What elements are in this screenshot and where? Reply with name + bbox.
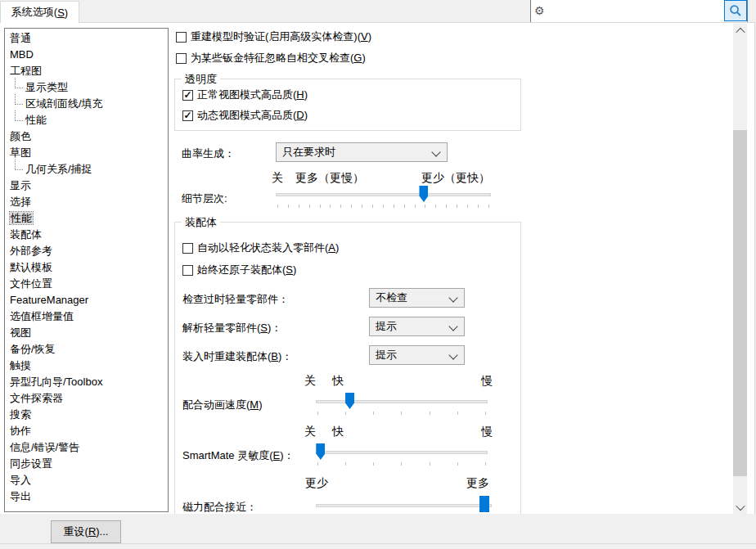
dropdown-value: 提示 [376, 319, 397, 334]
slider-ticks [277, 205, 489, 208]
sidebar-item[interactable]: 外部参考 [5, 243, 168, 259]
checkbox[interactable] [182, 265, 193, 276]
tree-branch-icon [15, 110, 23, 121]
sidebar-item[interactable]: 几何关系/捕捉 [5, 161, 168, 178]
sidebar-item[interactable]: 区域剖面线/填充 [5, 96, 168, 112]
mate-animation-speed-slider[interactable] [316, 390, 488, 418]
slider-thumb[interactable] [316, 443, 325, 460]
chevron-down-icon [448, 350, 457, 359]
sidebar-item[interactable]: 导入 [5, 472, 168, 488]
slider-thumb[interactable] [479, 496, 489, 512]
chevron-down-icon [736, 501, 745, 510]
vertical-scrollbar[interactable] [733, 24, 747, 514]
scroll-up-button[interactable] [733, 24, 747, 38]
system-options-dialog: 系统选项(S) ⚙ 普通MBD工程图显示类型区域剖面线/填充性能颜色草图几何关系… [0, 0, 756, 549]
smartmate-scale-labels: 关 快 慢 [316, 425, 488, 439]
sidebar-item-label: 同步设置 [10, 457, 52, 470]
slider-track[interactable] [316, 451, 488, 454]
verify-on-rebuild-checkbox[interactable]: 重建模型时验证(启用高级实体检查)(V) [176, 29, 371, 44]
checkbox[interactable] [176, 32, 187, 43]
search-icon [729, 4, 742, 17]
checkbox[interactable]: ✓ [182, 90, 193, 101]
slider-track[interactable] [316, 400, 488, 403]
sidebar-item[interactable]: 文件探索器 [5, 390, 168, 407]
search-input[interactable] [549, 2, 724, 21]
sidebar-item[interactable]: 装配体 [5, 227, 168, 243]
sidebar-item[interactable]: 默认模板 [5, 259, 168, 276]
magnetic-mate-proximity-label: 磁力配合接近： [182, 500, 257, 514]
sidebar-item[interactable]: 草图 [5, 145, 168, 161]
normal-view-high-quality-checkbox[interactable]: ✓ 正常视图模式高品质(H) [182, 88, 308, 102]
slider-thumb[interactable] [419, 186, 428, 202]
sidebar-item-label: 显示 [10, 179, 31, 191]
chevron-down-icon [448, 293, 457, 302]
sidebar-item-label: 导入 [10, 474, 31, 486]
sidebar-item-label: 导出 [10, 490, 31, 502]
scrollbar-thumb[interactable] [733, 130, 747, 476]
mate-speed-scale-labels: 关 快 慢 [316, 374, 488, 388]
checkbox-label: 动态视图模式高品质(D) [197, 108, 308, 123]
sidebar-item[interactable]: 普通 [5, 30, 168, 47]
ignore-self-intersection-checkbox[interactable]: 为某些钣金特征忽略自相交叉检查(G) [176, 51, 366, 65]
load-lightweight-checkbox[interactable]: 自动以轻化状态装入零部件(A) [182, 241, 339, 255]
sidebar-item[interactable]: 文件位置 [5, 276, 168, 292]
curvature-generation-dropdown[interactable]: 只在要求时 [276, 142, 448, 162]
sidebar-item-label: FeatureManager [10, 294, 88, 306]
sidebar-item-label: 信息/错误/警告 [10, 441, 79, 453]
sidebar-item[interactable]: 显示 [5, 178, 168, 194]
search-button[interactable] [724, 0, 747, 21]
sidebar-item[interactable]: 显示类型 [5, 79, 168, 96]
sidebar-item[interactable]: MBD [5, 47, 168, 63]
sidebar-item[interactable]: 性能 [5, 210, 168, 227]
sidebar-item[interactable]: 异型孔向导/Toolbox [5, 374, 168, 390]
options-category-list: 普通MBD工程图显示类型区域剖面线/填充性能颜色草图几何关系/捕捉显示选择性能装… [4, 28, 169, 512]
sidebar-item[interactable]: 备份/恢复 [5, 341, 168, 358]
reset-button[interactable]: 重设(R)... [51, 520, 121, 543]
resolve-lightweight-label: 解析轻量零部件(S)： [182, 321, 281, 335]
dynamic-view-high-quality-checkbox[interactable]: ✓ 动态视图模式高品质(D) [182, 108, 308, 123]
sidebar-item[interactable]: 视图 [5, 325, 168, 341]
gear-icon[interactable]: ⚙ [534, 3, 545, 18]
slider-thumb[interactable] [345, 393, 354, 409]
sidebar-item[interactable]: 同步设置 [5, 456, 168, 472]
check-outdated-lightweight-dropdown[interactable]: 不检查 [369, 288, 465, 308]
scroll-down-button[interactable] [733, 500, 747, 514]
level-of-detail-slider[interactable] [276, 183, 491, 211]
tab-system-options[interactable]: 系统选项(S) [0, 1, 79, 23]
sidebar-item[interactable]: 颜色 [5, 128, 168, 145]
sidebar-item[interactable]: 协作 [5, 423, 168, 439]
sidebar-item[interactable]: 触摸 [5, 358, 168, 374]
sidebar-item[interactable]: 工程图 [5, 63, 168, 79]
sidebar-item-label: 装配体 [10, 228, 42, 241]
mate-animation-speed-label: 配合动画速度(M) [182, 398, 263, 412]
sidebar-item[interactable]: 选值框增量值 [5, 308, 168, 325]
magnetic-mate-proximity-slider[interactable] [316, 494, 492, 514]
slider-track[interactable] [276, 193, 491, 196]
rebuild-on-load-dropdown[interactable]: 提示 [369, 345, 465, 365]
sidebar-item-label: 普通 [10, 32, 31, 44]
resolve-lightweight-dropdown[interactable]: 提示 [369, 317, 465, 336]
dropdown-value: 只在要求时 [282, 145, 335, 160]
smartmate-sensitivity-slider[interactable] [316, 441, 488, 469]
sidebar-item[interactable]: FeatureManager [5, 292, 168, 308]
sidebar-item-label: 文件位置 [10, 277, 52, 290]
sidebar-item[interactable]: 选择 [5, 194, 168, 210]
chevron-down-icon [448, 322, 457, 331]
sidebar-item[interactable]: 信息/错误/警告 [5, 439, 168, 456]
level-of-detail-label: 细节层次: [182, 191, 227, 206]
checkbox[interactable] [176, 53, 187, 64]
slider-track[interactable] [316, 504, 492, 507]
sidebar-item[interactable]: 搜索 [5, 407, 168, 423]
sidebar-item-label: 性能 [10, 212, 33, 224]
sidebar-item-label: 选择 [10, 196, 31, 208]
checkbox[interactable]: ✓ [182, 110, 193, 121]
sidebar-item[interactable]: 性能 [5, 112, 168, 128]
slider-ticks [317, 412, 486, 415]
checkbox-label: 正常视图模式高品质(H) [197, 88, 308, 102]
checkbox-label: 始终还原子装配体(S) [197, 263, 296, 277]
sidebar-item[interactable]: 导出 [5, 488, 168, 505]
checkbox-label: 为某些钣金特征忽略自相交叉检查(G) [191, 51, 366, 65]
checkbox[interactable] [182, 243, 193, 254]
tree-branch-icon [15, 94, 23, 105]
always-resolve-subassemblies-checkbox[interactable]: 始终还原子装配体(S) [182, 263, 296, 277]
